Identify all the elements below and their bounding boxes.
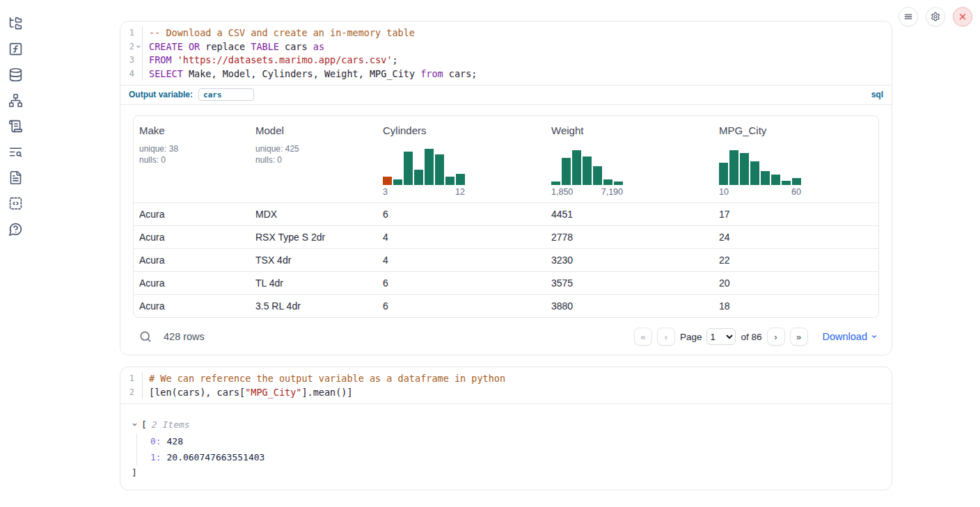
table-cell: MDX xyxy=(250,209,377,220)
table-row[interactable]: AcuraMDX6445117 xyxy=(134,202,878,225)
settings-gear-icon[interactable] xyxy=(926,7,945,26)
code-line[interactable]: 1-- Download a CSV and create an in-memo… xyxy=(120,26,892,40)
table-cell: 17 xyxy=(713,209,879,220)
column-header-weight[interactable]: Weight1,8507,190 xyxy=(546,116,713,202)
line-number: 2 xyxy=(120,386,143,400)
table-header-row: Makeunique: 38nulls: 0Modelunique: 425nu… xyxy=(134,116,878,202)
last-page-button[interactable]: » xyxy=(790,328,808,346)
histogram-bar xyxy=(393,179,402,185)
table-row[interactable]: Acura3.5 RL 4dr6388018 xyxy=(134,294,878,317)
histogram-bar xyxy=(562,158,571,185)
python-code-editor[interactable]: 1# We can reference the output variable … xyxy=(120,367,892,403)
histogram-bar xyxy=(583,156,592,185)
column-title: Make xyxy=(139,124,244,136)
notebook-area: 1-- Download a CSV and create an in-memo… xyxy=(120,21,892,490)
histogram-bar xyxy=(729,150,738,185)
first-page-button[interactable]: « xyxy=(634,328,652,346)
table-row[interactable]: AcuraTL 4dr6357520 xyxy=(134,271,878,294)
search-icon[interactable] xyxy=(139,330,152,344)
histogram-range-labels: 1,8507,190 xyxy=(551,187,623,197)
histogram-bar xyxy=(719,163,728,185)
data-table: Makeunique: 38nulls: 0Modelunique: 425nu… xyxy=(133,115,879,318)
page-select[interactable]: 1 xyxy=(706,328,736,345)
logs-icon[interactable] xyxy=(7,143,24,160)
table-cell: 4 xyxy=(377,232,546,243)
table-row[interactable]: AcuraRSX Type S 2dr4277824 xyxy=(134,225,878,248)
column-header-model[interactable]: Modelunique: 425nulls: 0 xyxy=(250,116,377,202)
column-title: Weight xyxy=(551,124,708,136)
table-cell: Acura xyxy=(134,232,250,243)
code-text: -- Download a CSV and create an in-memor… xyxy=(143,26,415,40)
prev-page-button[interactable]: ‹ xyxy=(657,328,675,346)
open-bracket: [ xyxy=(141,417,147,432)
column-header-mpg_city[interactable]: MPG_City1060 xyxy=(713,116,879,202)
column-stats: unique: 425nulls: 0 xyxy=(255,143,372,166)
output-list-entries: 0: 4281: 20.060747663551403 xyxy=(136,433,880,465)
table-cell: 4 xyxy=(377,255,546,266)
notebook-controls xyxy=(899,7,972,26)
left-sidebar xyxy=(0,0,31,507)
output-variable-input[interactable] xyxy=(198,88,254,101)
help-icon[interactable] xyxy=(7,220,24,237)
code-line[interactable]: 4SELECT Make, Model, Cylinders, Weight, … xyxy=(120,67,892,81)
histogram-bar xyxy=(792,178,801,185)
output-variable-label: Output variable: xyxy=(129,90,193,99)
download-label: Download xyxy=(823,331,868,342)
table-body: AcuraMDX6445117AcuraRSX Type S 2dr427782… xyxy=(134,202,878,317)
code-line[interactable]: 1# We can reference the output variable … xyxy=(120,372,892,386)
table-cell: 3575 xyxy=(546,277,713,289)
histogram-bar xyxy=(771,175,780,185)
snippets-icon[interactable] xyxy=(7,195,24,211)
histogram-range-labels: 312 xyxy=(383,187,465,197)
code-text: [len(cars), cars["MPG_City"].mean()] xyxy=(143,386,353,400)
code-line[interactable]: 2CREATE OR replace TABLE cars as xyxy=(120,40,892,54)
chevron-down-icon xyxy=(871,333,878,340)
histogram-bar xyxy=(425,149,434,185)
histogram-range-labels: 1060 xyxy=(719,187,801,197)
sql-code-editor[interactable]: 1-- Download a CSV and create an in-memo… xyxy=(120,22,892,85)
histogram-bar xyxy=(404,152,413,185)
table-cell: RSX Type S 2dr xyxy=(250,232,377,243)
page-label: Page xyxy=(680,332,702,342)
menu-icon[interactable] xyxy=(899,7,918,26)
table-cell: 2778 xyxy=(546,232,713,243)
scratchpad-icon[interactable] xyxy=(7,118,24,134)
histogram-cylinders: 312 xyxy=(383,149,465,197)
table-cell: 4451 xyxy=(546,209,713,220)
table-row[interactable]: AcuraTSX 4dr4323022 xyxy=(134,248,878,271)
python-cell: 1# We can reference the output variable … xyxy=(120,367,892,490)
code-text: SELECT Make, Model, Cylinders, Weight, M… xyxy=(143,67,477,81)
column-header-cylinders[interactable]: Cylinders312 xyxy=(377,116,546,202)
collapse-icon[interactable] xyxy=(132,421,141,428)
table-cell: 3880 xyxy=(546,300,713,312)
documentation-icon[interactable] xyxy=(7,169,24,186)
next-page-button[interactable]: › xyxy=(767,328,785,346)
table-cell: 6 xyxy=(377,277,546,289)
fold-chevron-icon[interactable] xyxy=(134,44,142,49)
variables-icon[interactable] xyxy=(7,40,24,57)
dependency-graph-icon[interactable] xyxy=(7,92,24,108)
page-total: of 86 xyxy=(741,332,761,342)
table-cell: 18 xyxy=(713,300,879,312)
histogram-bar xyxy=(614,182,623,185)
histogram-weight: 1,8507,190 xyxy=(551,149,623,197)
histogram-mpg_city: 1060 xyxy=(719,149,801,197)
shutdown-close-icon[interactable] xyxy=(953,7,972,26)
table-cell: 22 xyxy=(713,255,879,266)
output-variable-row: Output variable: sql xyxy=(120,85,892,104)
file-explorer-icon[interactable] xyxy=(7,15,24,31)
column-title: Model xyxy=(255,124,372,136)
data-sources-icon[interactable] xyxy=(7,66,24,83)
table-cell: 24 xyxy=(713,232,879,243)
code-text: CREATE OR replace TABLE cars as xyxy=(143,40,324,54)
code-text: # We can reference the output variable a… xyxy=(143,372,505,386)
line-number: 2 xyxy=(120,40,143,54)
download-button[interactable]: Download xyxy=(823,331,878,342)
column-header-make[interactable]: Makeunique: 38nulls: 0 xyxy=(134,116,250,202)
table-cell: TL 4dr xyxy=(250,277,377,289)
histogram-bar xyxy=(782,181,791,185)
table-cell: Acura xyxy=(134,300,250,312)
code-line[interactable]: 2[len(cars), cars["MPG_City"].mean()] xyxy=(120,386,892,400)
histogram-bar xyxy=(750,161,759,185)
code-line[interactable]: 3FROM 'https://datasets.marimo.app/cars.… xyxy=(120,54,892,67)
